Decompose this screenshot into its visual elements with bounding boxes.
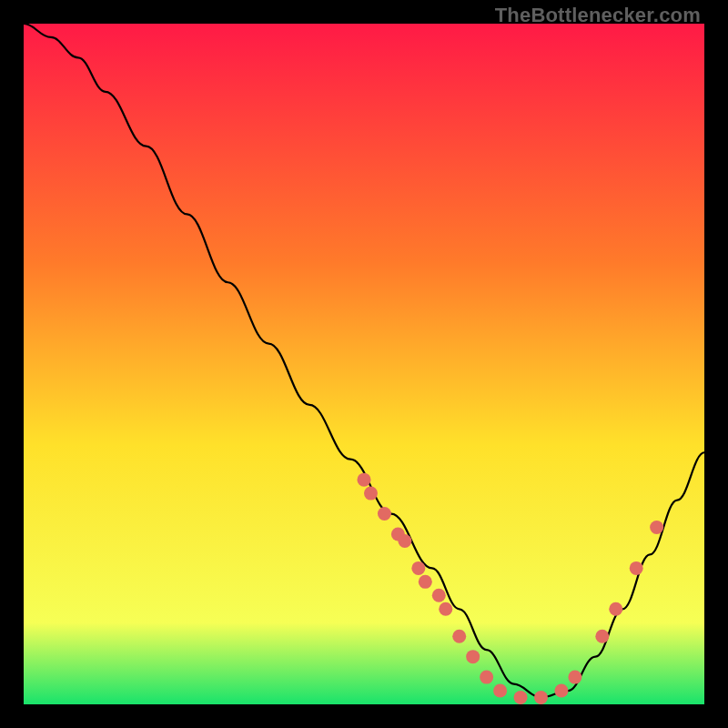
data-point bbox=[411, 561, 425, 575]
data-point bbox=[439, 602, 452, 616]
data-point bbox=[358, 473, 371, 487]
data-point bbox=[554, 684, 568, 698]
data-point bbox=[630, 561, 643, 575]
data-point bbox=[452, 630, 466, 643]
data-point bbox=[595, 630, 609, 643]
chart-frame bbox=[24, 24, 704, 704]
data-point bbox=[480, 671, 493, 684]
data-point bbox=[364, 487, 378, 500]
chart-svg bbox=[24, 24, 704, 704]
data-point bbox=[419, 575, 432, 589]
data-point bbox=[466, 650, 480, 663]
data-point bbox=[534, 691, 548, 704]
data-point bbox=[493, 684, 507, 698]
gradient-background bbox=[24, 24, 704, 704]
data-point bbox=[514, 691, 528, 704]
data-point bbox=[609, 602, 622, 616]
data-point bbox=[398, 534, 411, 548]
data-point bbox=[650, 521, 663, 534]
watermark-text: TheBottlenecker.com bbox=[495, 4, 701, 27]
data-point bbox=[432, 589, 446, 602]
data-point bbox=[568, 671, 581, 684]
data-point bbox=[378, 507, 391, 521]
